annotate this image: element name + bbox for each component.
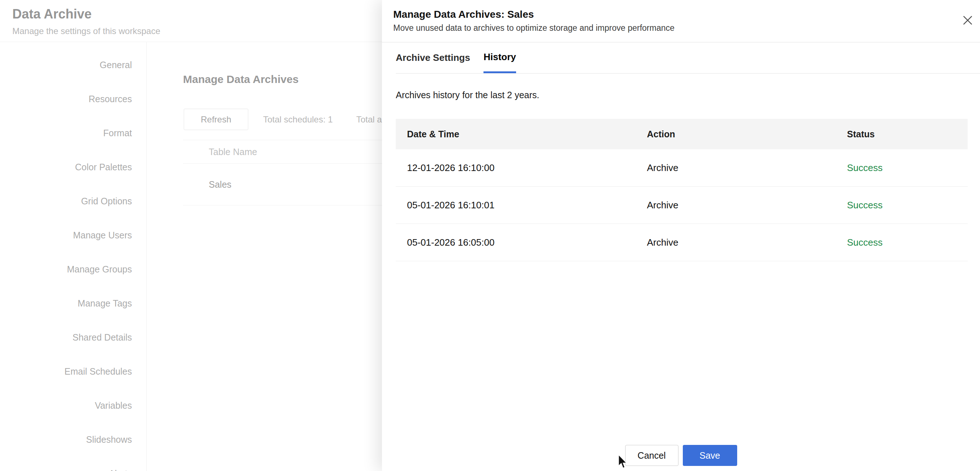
history-row: 12-01-2026 16:10:00 Archive Success [396, 149, 968, 186]
status-badge: Success [847, 162, 968, 173]
tab-history[interactable]: History [484, 42, 516, 73]
status-badge: Success [847, 200, 968, 211]
history-action: Archive [647, 237, 847, 248]
column-header-action: Action [647, 129, 847, 140]
history-datetime: 05-01-2026 16:10:01 [396, 200, 647, 211]
history-row: 05-01-2026 16:05:00 Archive Success [396, 224, 968, 261]
mouse-cursor [617, 454, 628, 470]
dialog-tabs: Archive Settings History [396, 42, 980, 73]
history-datetime: 05-01-2026 16:05:00 [396, 237, 647, 248]
history-action: Archive [647, 162, 847, 173]
history-table-header: Date & Time Action Status [396, 119, 968, 149]
dialog-title: Manage Data Archives: Sales [393, 9, 534, 20]
dialog-header: Manage Data Archives: Sales Move unused … [382, 0, 980, 42]
history-note: Archives history for the last 2 years. [396, 90, 539, 100]
column-header-status: Status [847, 129, 968, 140]
tab-archive-settings[interactable]: Archive Settings [396, 42, 470, 73]
save-button[interactable]: Save [683, 445, 737, 466]
history-action: Archive [647, 200, 847, 211]
manage-archives-dialog: Manage Data Archives: Sales Move unused … [382, 0, 980, 471]
dialog-subtitle: Move unused data to archives to optimize… [393, 23, 675, 33]
history-datetime: 12-01-2026 16:10:00 [396, 162, 647, 173]
column-header-datetime: Date & Time [396, 129, 647, 140]
dialog-footer: Cancel Save [382, 445, 980, 466]
cancel-button[interactable]: Cancel [625, 445, 678, 466]
status-badge: Success [847, 237, 968, 248]
close-icon[interactable] [962, 14, 974, 26]
history-row: 05-01-2026 16:10:01 Archive Success [396, 186, 968, 224]
history-table: Date & Time Action Status 12-01-2026 16:… [396, 119, 968, 261]
